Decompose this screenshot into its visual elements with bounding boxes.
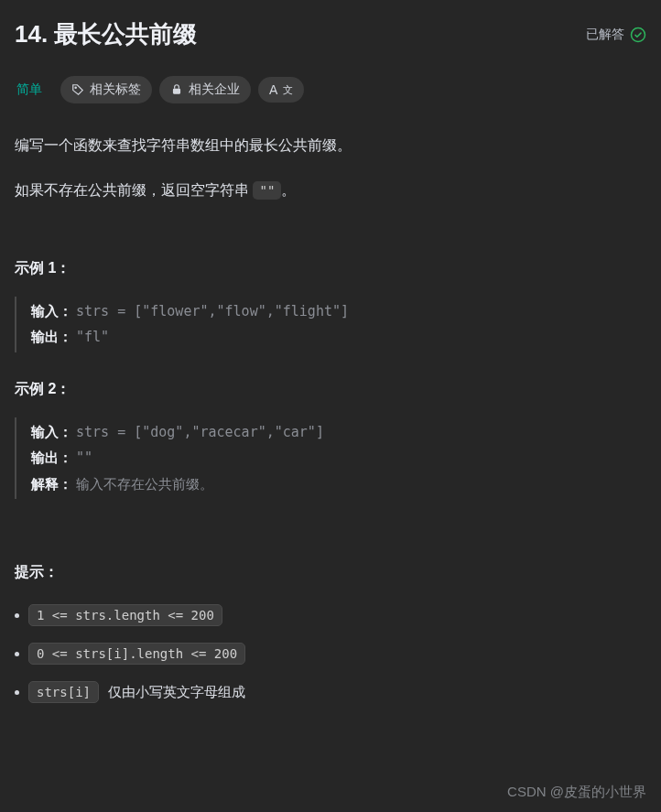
watermark: CSDN @皮蛋的小世界 (507, 784, 646, 801)
example-1-block: 输入：strs = ["flower","flow","flight"] 输出：… (15, 297, 646, 352)
description-line-1: 编写一个函数来查找字符串数组中的最长公共前缀。 (15, 133, 646, 159)
translate-button[interactable]: A文 (258, 77, 304, 103)
svg-rect-2 (173, 89, 180, 94)
desc-line2-suffix: 。 (281, 182, 296, 198)
related-tags-label: 相关标签 (90, 81, 141, 98)
hint-item-2: 0 <= strs[i].length <= 200 (15, 643, 646, 665)
example-2-output-label: 输出： (31, 449, 72, 466)
example-2-explain-value: 输入不存在公共前缀。 (76, 476, 213, 493)
related-companies-label: 相关企业 (189, 81, 240, 98)
tag-icon (71, 83, 84, 96)
svg-point-1 (75, 87, 76, 88)
translate-icon-sub: 文 (283, 83, 293, 97)
example-1-output-value: "fl" (76, 329, 109, 345)
check-circle-icon (630, 27, 646, 43)
related-companies-button[interactable]: 相关企业 (159, 76, 251, 103)
hint-3-code: strs[i] (28, 681, 99, 703)
desc-line2-prefix: 如果不存在公共前缀，返回空字符串 (15, 182, 253, 198)
translate-icon-label: A (269, 82, 277, 97)
hints-list: 1 <= strs.length <= 200 0 <= strs[i].len… (15, 604, 646, 703)
hints-title: 提示： (15, 563, 646, 582)
example-1-input-label: 输入： (31, 303, 72, 319)
example-1-input-value: strs = ["flower","flow","flight"] (76, 303, 349, 319)
example-2-input-value: strs = ["dog","racecar","car"] (76, 424, 324, 440)
example-2-input-label: 输入： (31, 424, 72, 440)
lock-icon (170, 83, 183, 96)
example-2-output-value: "" (76, 449, 92, 466)
difficulty-tag[interactable]: 简单 (15, 76, 53, 103)
hint-3-text: 仅由小写英文字母组成 (108, 684, 245, 701)
hint-item-3: strs[i] 仅由小写英文字母组成 (15, 681, 646, 703)
example-1-title: 示例 1： (15, 259, 646, 278)
empty-string-code: "" (253, 181, 281, 200)
status-label: 已解答 (586, 27, 624, 43)
svg-point-0 (632, 27, 645, 41)
example-2-block: 输入：strs = ["dog","racecar","car"] 输出："" … (15, 417, 646, 500)
header-row: 14. 最长公共前缀 已解答 (15, 18, 646, 50)
problem-title: 14. 最长公共前缀 (15, 18, 197, 50)
description-line-2: 如果不存在公共前缀，返回空字符串 ""。 (15, 178, 646, 204)
hint-2-code: 0 <= strs[i].length <= 200 (28, 643, 245, 665)
example-2-title: 示例 2： (15, 380, 646, 399)
related-tags-button[interactable]: 相关标签 (60, 76, 152, 103)
tags-row: 简单 相关标签 相关企业 A文 (15, 76, 646, 103)
hint-item-1: 1 <= strs.length <= 200 (15, 604, 646, 626)
hint-1-code: 1 <= strs.length <= 200 (28, 604, 222, 626)
example-2-explain-label: 解释： (31, 476, 72, 493)
status-badge: 已解答 (586, 27, 646, 43)
example-1-output-label: 输出： (31, 329, 72, 345)
